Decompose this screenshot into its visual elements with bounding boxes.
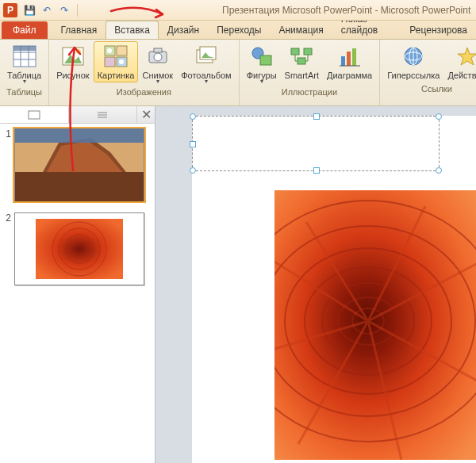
svg-point-14 bbox=[119, 59, 124, 64]
resize-handle-w[interactable] bbox=[190, 141, 196, 147]
slides-tab-icon bbox=[28, 110, 40, 120]
smartart-button[interactable]: SmartArt bbox=[281, 41, 323, 82]
redo-icon[interactable]: ↷ bbox=[57, 3, 71, 17]
picture-button[interactable]: Рисунок bbox=[52, 41, 94, 82]
resize-handle-se[interactable] bbox=[436, 167, 442, 174]
resize-handle-s[interactable] bbox=[313, 167, 320, 174]
photoalbum-label: Фотоальбом bbox=[181, 71, 232, 83]
thumbnail-1-number: 1 bbox=[3, 128, 14, 140]
shapes-label: Фигуры bbox=[247, 71, 277, 83]
app-icon: P bbox=[3, 3, 17, 17]
tab-transitions[interactable]: Переходы bbox=[208, 21, 270, 39]
screenshot-button[interactable]: Снимок bbox=[138, 41, 177, 86]
chart-icon bbox=[337, 44, 363, 69]
svg-point-8 bbox=[76, 49, 81, 54]
thumbnail-2[interactable]: 2 bbox=[3, 212, 152, 285]
hyperlink-label: Гиперссылка bbox=[387, 71, 440, 80]
resize-handle-sw[interactable] bbox=[190, 167, 196, 174]
tab-review[interactable]: Рецензирова bbox=[401, 21, 476, 39]
hyperlink-icon bbox=[401, 44, 426, 69]
svg-point-16 bbox=[154, 53, 162, 61]
action-label: Действие bbox=[447, 71, 476, 80]
svg-point-13 bbox=[107, 48, 112, 53]
hyperlink-button[interactable]: Гиперссылка bbox=[383, 41, 443, 82]
shapes-icon bbox=[249, 44, 274, 69]
thumbnail-2-number: 2 bbox=[3, 212, 14, 224]
ribbon: Таблица Таблицы Рисунок Картинка bbox=[0, 40, 476, 106]
thumbnail-1-frame bbox=[14, 128, 144, 201]
file-tab[interactable]: Файл bbox=[2, 21, 48, 39]
resize-handle-nw[interactable] bbox=[190, 113, 196, 120]
group-tables: Таблица Таблицы bbox=[0, 40, 49, 105]
svg-rect-26 bbox=[341, 56, 345, 66]
outline-tab[interactable] bbox=[69, 106, 138, 123]
thumbnail-1[interactable]: 1 bbox=[3, 128, 152, 201]
svg-marker-34 bbox=[458, 48, 476, 65]
screenshot-label: Снимок bbox=[142, 71, 173, 83]
clipart-icon bbox=[103, 44, 129, 69]
table-button[interactable]: Таблица bbox=[3, 41, 45, 86]
clipart-button[interactable]: Картинка bbox=[94, 41, 139, 82]
flower-image bbox=[274, 190, 476, 460]
svg-rect-25 bbox=[298, 58, 305, 64]
thumbnails: 1 2 bbox=[0, 124, 155, 463]
tab-insert[interactable]: Вставка bbox=[106, 21, 159, 39]
thumbnail-2-image bbox=[36, 219, 123, 279]
screenshot-icon bbox=[145, 44, 171, 69]
svg-rect-11 bbox=[105, 57, 115, 67]
svg-rect-42 bbox=[15, 172, 144, 201]
svg-rect-28 bbox=[352, 48, 356, 66]
group-images: Рисунок Картинка Снимок Фотоальбом bbox=[49, 40, 240, 105]
table-label: Таблица bbox=[7, 71, 41, 83]
table-icon bbox=[12, 44, 37, 69]
clipart-label: Картинка bbox=[98, 71, 135, 80]
thumbnail-1-image bbox=[15, 128, 144, 201]
chart-label: Диаграмма bbox=[327, 71, 372, 80]
resize-handle-ne[interactable] bbox=[436, 113, 442, 120]
action-button[interactable]: Действие bbox=[443, 41, 476, 82]
slide-panel: ✕ 1 2 bbox=[0, 106, 155, 463]
picture-icon bbox=[60, 44, 86, 69]
group-links-label: Ссылки bbox=[421, 82, 452, 95]
slide-image[interactable] bbox=[274, 190, 476, 460]
quick-access-toolbar: 💾 ↶ ↷ bbox=[22, 3, 80, 17]
svg-rect-24 bbox=[304, 48, 312, 55]
chart-button[interactable]: Диаграмма bbox=[323, 41, 376, 82]
slide-panel-tabs: ✕ bbox=[0, 106, 155, 124]
outline-tab-icon bbox=[96, 110, 109, 120]
panel-close-button[interactable]: ✕ bbox=[137, 107, 155, 122]
action-icon bbox=[455, 44, 476, 69]
title-placeholder[interactable] bbox=[192, 116, 440, 171]
group-images-label: Изображения bbox=[117, 86, 171, 98]
tab-design[interactable]: Дизайн bbox=[159, 21, 208, 39]
tab-home[interactable]: Главная bbox=[52, 21, 106, 39]
group-illustrations: Фигуры SmartArt Диаграмма Иллюстрации bbox=[240, 40, 381, 105]
svg-rect-17 bbox=[154, 48, 162, 52]
svg-rect-5 bbox=[13, 46, 36, 51]
tab-animations[interactable]: Анимация bbox=[270, 21, 332, 39]
title-bar: P 💾 ↶ ↷ Презентация Microsoft PowerPoint… bbox=[0, 0, 476, 21]
svg-rect-37 bbox=[29, 111, 40, 119]
workspace: ✕ 1 2 bbox=[0, 106, 476, 463]
group-illustrations-label: Иллюстрации bbox=[282, 86, 337, 98]
smartart-icon bbox=[289, 44, 314, 69]
slides-tab[interactable] bbox=[0, 106, 69, 123]
slide-canvas[interactable] bbox=[192, 116, 476, 463]
group-tables-label: Таблицы bbox=[6, 86, 42, 98]
svg-rect-46 bbox=[36, 219, 123, 279]
undo-icon[interactable]: ↶ bbox=[40, 3, 54, 17]
window-title: Презентация Microsoft PowerPoint - Micro… bbox=[222, 5, 470, 16]
resize-handle-n[interactable] bbox=[313, 113, 320, 120]
photoalbum-button[interactable]: Фотоальбом bbox=[177, 41, 236, 86]
thumbnail-2-frame bbox=[14, 212, 144, 285]
svg-rect-10 bbox=[117, 46, 127, 55]
group-links: Гиперссылка Действие Ссылки bbox=[380, 40, 476, 105]
ribbon-tabs: Файл Главная Вставка Дизайн Переходы Ани… bbox=[0, 21, 476, 40]
shapes-button[interactable]: Фигуры bbox=[243, 41, 281, 86]
svg-rect-22 bbox=[260, 55, 271, 65]
smartart-label: SmartArt bbox=[285, 71, 319, 80]
save-icon[interactable]: 💾 bbox=[22, 3, 36, 17]
picture-label: Рисунок bbox=[56, 71, 90, 80]
svg-rect-27 bbox=[347, 52, 351, 66]
svg-rect-23 bbox=[291, 48, 299, 55]
